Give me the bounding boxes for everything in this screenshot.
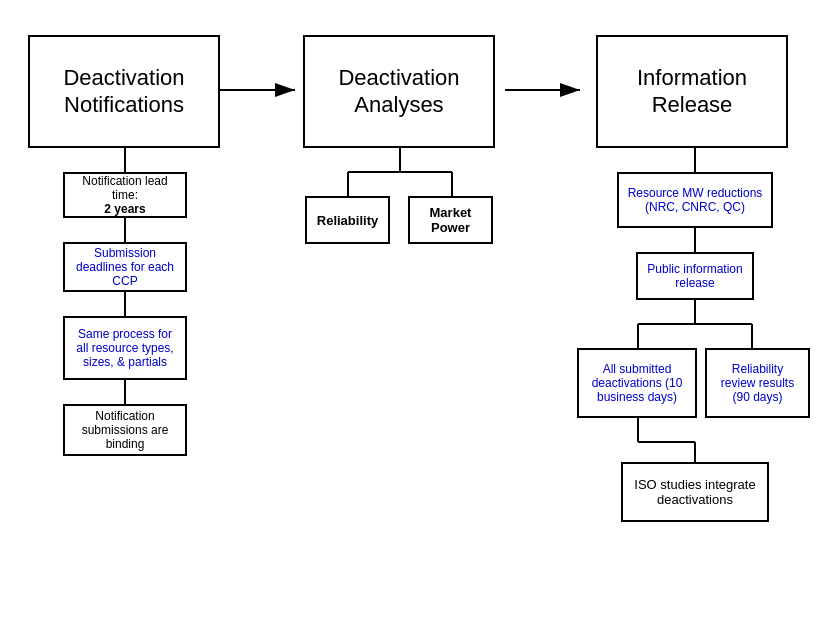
iso-studies-box: ISO studies integrate deactivations [621, 462, 769, 522]
notification-lead-time-text: Notification lead time:2 years [73, 174, 177, 216]
public-info-label: Public information release [646, 262, 744, 290]
market-power-label: Market Power [418, 205, 483, 235]
deactivation-notifications-box: Deactivation Notifications [28, 35, 220, 148]
public-info-box: Public information release [636, 252, 754, 300]
resource-mw-box: Resource MW reductions (NRC, CNRC, QC) [617, 172, 773, 228]
same-process-label: Same process for all resource types, siz… [73, 327, 177, 369]
resource-mw-label: Resource MW reductions (NRC, CNRC, QC) [627, 186, 763, 214]
all-submitted-label: All submitted deactivations (10 business… [587, 362, 687, 404]
notification-binding-label: Notification submissions are binding [73, 409, 177, 451]
information-release-label: Information Release [637, 65, 747, 118]
submission-deadlines-box: Submission deadlines for each CCP [63, 242, 187, 292]
notification-lead-time-box: Notification lead time:2 years [63, 172, 187, 218]
notification-binding-box: Notification submissions are binding [63, 404, 187, 456]
lead-time-value: 2 years [104, 202, 145, 216]
deactivation-analyses-label: Deactivation Analyses [338, 65, 459, 118]
all-submitted-box: All submitted deactivations (10 business… [577, 348, 697, 418]
reliability-label: Reliability [317, 213, 378, 228]
deactivation-notifications-label: Deactivation Notifications [63, 65, 184, 118]
information-release-box: Information Release [596, 35, 788, 148]
reliability-box: Reliability [305, 196, 390, 244]
reliability-review-box: Reliability review results (90 days) [705, 348, 810, 418]
diagram: Deactivation Notifications Deactivation … [0, 0, 826, 620]
market-power-box: Market Power [408, 196, 493, 244]
reliability-review-label: Reliability review results (90 days) [715, 362, 800, 404]
submission-deadlines-label: Submission deadlines for each CCP [73, 246, 177, 288]
iso-studies-label: ISO studies integrate deactivations [631, 477, 759, 507]
deactivation-analyses-box: Deactivation Analyses [303, 35, 495, 148]
same-process-box: Same process for all resource types, siz… [63, 316, 187, 380]
